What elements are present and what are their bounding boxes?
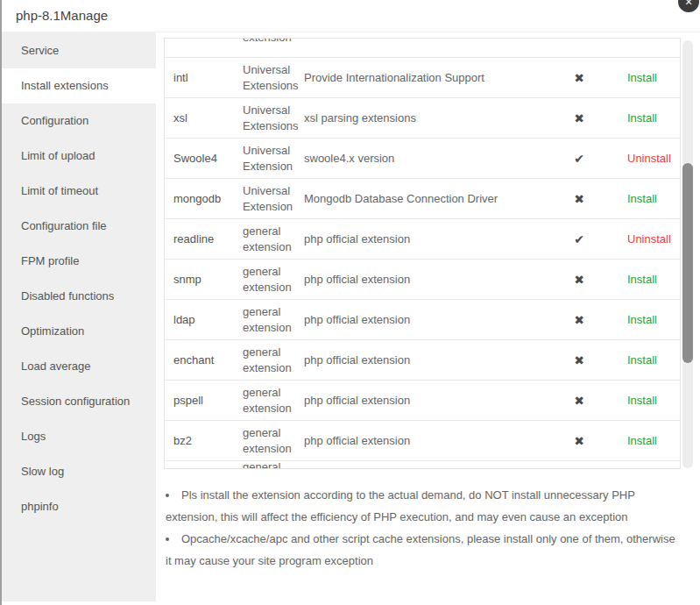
cross-icon: ✖ (540, 192, 619, 206)
table-row: bz2general extensionphp official extensi… (165, 421, 680, 461)
sidebar-item-session-configuration[interactable]: Session configuration (2, 384, 156, 419)
extension-type: Universal Extension (243, 183, 304, 215)
cross-icon: ✖ (540, 273, 619, 287)
extension-name: Swoole4 (165, 152, 243, 165)
table-row: ldapgeneral extensionphp official extens… (165, 300, 680, 340)
extension-name: snmp (165, 273, 243, 286)
note-item: Opcache/xcache/apc and other script cach… (166, 528, 681, 572)
install-button[interactable]: Install (619, 111, 657, 125)
extension-type: Universal Extensions (243, 103, 304, 134)
table-row: Swoole4Universal Extensionswoole4.x vers… (165, 139, 680, 179)
extensions-table: extension intlUniversal ExtensionsProvid… (164, 38, 681, 469)
table-row-partial-bottom: general (165, 461, 680, 469)
extension-description: swoole4.x version (304, 152, 540, 165)
action-cell: Install (619, 353, 680, 367)
extension-description: php official extension (304, 353, 540, 367)
install-button[interactable]: Install (619, 353, 657, 367)
action-cell: Install (619, 434, 680, 447)
table-row-partial-top: extension (165, 38, 680, 58)
cross-icon: ✖ (540, 313, 619, 327)
extension-name: xsl (165, 111, 243, 125)
extension-type: Universal Extensions (243, 62, 304, 94)
extension-description: php official extension (304, 273, 540, 286)
extension-description: xsl parsing extensions (304, 111, 540, 125)
extension-description: php official extension (304, 313, 540, 326)
sidebar-item-phpinfo[interactable]: phpinfo (2, 489, 156, 524)
table-row: pspellgeneral extensionphp official exte… (165, 381, 680, 421)
extension-name: intl (165, 71, 243, 84)
extension-name: readline (165, 232, 243, 246)
extension-type: general (243, 459, 304, 469)
install-button[interactable]: Install (619, 394, 657, 407)
install-button[interactable]: Install (619, 273, 657, 286)
action-cell: Install (619, 111, 680, 125)
extension-type: general extension (243, 425, 304, 457)
sidebar-item-fpm-profile[interactable]: FPM profile (2, 244, 156, 279)
php-manage-dialog: php-8.1Manage ✕ ServiceInstall extension… (0, 0, 700, 605)
action-cell: Uninstall (619, 152, 680, 165)
action-cell: Install (619, 192, 680, 205)
extension-description: php official extension (304, 394, 540, 407)
extension-description: php official extension (304, 434, 540, 447)
check-icon: ✔ (540, 232, 619, 246)
table-row: mongodbUniversal ExtensionMongodb Databa… (165, 179, 680, 219)
extension-name: pspell (165, 394, 243, 407)
action-cell: Install (619, 394, 680, 407)
dialog-title: php-8.1Manage (16, 8, 108, 23)
table-row: snmpgeneral extensionphp official extens… (165, 260, 680, 300)
cross-icon: ✖ (540, 353, 619, 367)
action-cell: Uninstall (619, 232, 680, 246)
extension-description: Mongodb Database Connection Driver (304, 192, 540, 205)
sidebar-item-install-extensions[interactable]: Install extensions (2, 68, 156, 103)
action-cell: Install (619, 273, 680, 286)
cross-icon: ✖ (540, 111, 619, 125)
sidebar-item-load-average[interactable]: Load average (2, 349, 156, 384)
sidebar-item-optimization[interactable]: Optimization (2, 314, 156, 349)
extension-type: general extension (243, 345, 304, 376)
dialog-header: php-8.1Manage (2, 0, 700, 32)
extension-type: general extension (243, 264, 304, 295)
uninstall-button[interactable]: Uninstall (619, 232, 671, 246)
extension-name: bz2 (165, 434, 243, 447)
sidebar-item-service[interactable]: Service (2, 33, 156, 68)
action-cell: Install (619, 313, 680, 326)
partial-type-text: general (243, 460, 280, 469)
sidebar-item-limit-of-timeout[interactable]: Limit of timeout (2, 174, 156, 209)
cross-icon: ✖ (540, 434, 619, 448)
table-row: xslUniversal Extensionsxsl parsing exten… (165, 98, 680, 139)
extension-description: php official extension (304, 232, 540, 246)
extension-type: general extension (243, 224, 304, 255)
table-row: readlinegeneral extensionphp official ex… (165, 219, 680, 260)
action-cell: Install (619, 71, 680, 84)
extension-name: ldap (165, 313, 243, 326)
install-button[interactable]: Install (619, 192, 657, 205)
sidebar-item-logs[interactable]: Logs (2, 419, 156, 454)
sidebar-item-limit-of-upload[interactable]: Limit of upload (2, 139, 156, 174)
extension-name: mongodb (165, 192, 243, 205)
install-button[interactable]: Install (619, 313, 657, 326)
extension-type: Universal Extension (243, 143, 304, 174)
extension-type: general extension (243, 385, 304, 416)
help-notes: Pls install the extension according to t… (166, 484, 681, 572)
install-button[interactable]: Install (619, 71, 657, 84)
extension-description: Provide Internationalization Support (304, 71, 540, 84)
table-scrollbar-track[interactable] (682, 40, 693, 468)
table-row: intlUniversal ExtensionsProvide Internat… (165, 58, 680, 98)
cross-icon: ✖ (540, 71, 619, 85)
sidebar-item-slow-log[interactable]: Slow log (2, 454, 156, 489)
uninstall-button[interactable]: Uninstall (619, 152, 671, 165)
table-row: enchantgeneral extensionphp official ext… (165, 340, 680, 381)
note-item: Pls install the extension according to t… (166, 484, 681, 528)
sidebar-item-disabled-functions[interactable]: Disabled functions (2, 279, 156, 314)
sidebar-item-configuration[interactable]: Configuration (2, 103, 156, 139)
install-button[interactable]: Install (619, 434, 657, 447)
cross-icon: ✖ (540, 394, 619, 408)
check-icon: ✔ (540, 152, 619, 166)
sidebar-item-configuration-file[interactable]: Configuration file (2, 209, 156, 244)
sidebar-menu: ServiceInstall extensionsConfigurationLi… (2, 32, 156, 601)
extension-type: extension (243, 38, 304, 46)
extension-name: enchant (165, 353, 243, 367)
partial-type-text: extension (243, 38, 292, 44)
table-scrollbar-thumb[interactable] (682, 163, 693, 363)
extension-type: general extension (243, 304, 304, 336)
